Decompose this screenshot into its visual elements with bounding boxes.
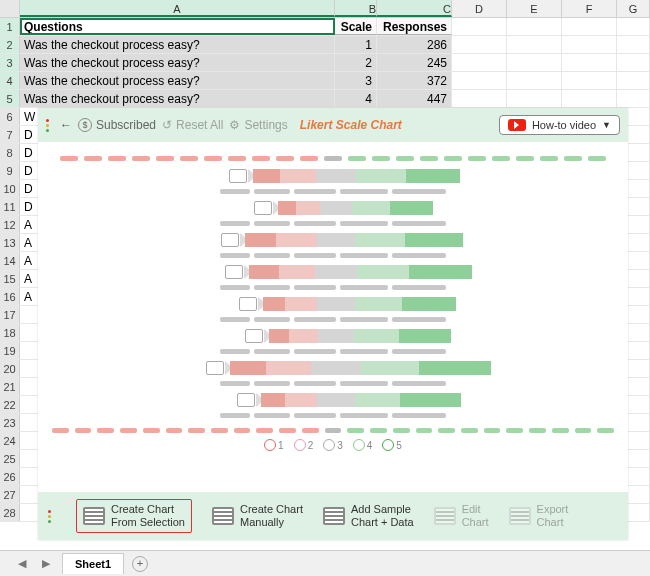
cell-G4[interactable]: [617, 72, 650, 89]
tab-nav-prev[interactable]: ◀: [14, 557, 30, 570]
cell-C3[interactable]: 245: [377, 54, 452, 71]
row-header[interactable]: 6: [0, 108, 20, 125]
create-chart-manually-button[interactable]: Create ChartManually: [212, 503, 303, 529]
cell-E5[interactable]: [507, 90, 562, 107]
row-header[interactable]: 11: [0, 198, 20, 215]
cell-F1[interactable]: [562, 18, 617, 35]
cell-C1[interactable]: Responses: [377, 18, 452, 35]
cell-A2[interactable]: Was the checkout process easy?: [20, 36, 335, 53]
cell-E3[interactable]: [507, 54, 562, 71]
row-header[interactable]: 15: [0, 270, 20, 287]
row-header[interactable]: 2: [0, 36, 20, 53]
back-icon[interactable]: ←: [60, 118, 72, 132]
row-header[interactable]: 7: [0, 126, 20, 143]
likert-bar: [52, 167, 614, 185]
add-sample-l1: Add Sample: [351, 503, 411, 515]
cell-C2[interactable]: 286: [377, 36, 452, 53]
row-header[interactable]: 28: [0, 504, 20, 521]
cell-D2[interactable]: [452, 36, 507, 53]
cell-B3[interactable]: 2: [335, 54, 377, 71]
sample-icon: [323, 507, 345, 525]
cell-F3[interactable]: [562, 54, 617, 71]
settings-button[interactable]: ⚙ Settings: [229, 118, 287, 132]
create-from-sel-l1: Create Chart: [111, 503, 174, 515]
cell-B4[interactable]: 3: [335, 72, 377, 89]
row-header[interactable]: 22: [0, 396, 20, 413]
drag-handle-icon[interactable]: [48, 510, 54, 523]
row-header[interactable]: 9: [0, 162, 20, 179]
select-all-corner[interactable]: [0, 0, 20, 17]
likert-subbar: [52, 284, 614, 290]
cell-E1[interactable]: [507, 18, 562, 35]
row-header[interactable]: 20: [0, 360, 20, 377]
row-header[interactable]: 12: [0, 216, 20, 233]
cell-G5[interactable]: [617, 90, 650, 107]
row-header[interactable]: 13: [0, 234, 20, 251]
cell-E2[interactable]: [507, 36, 562, 53]
cell-F5[interactable]: [562, 90, 617, 107]
row-header[interactable]: 5: [0, 90, 20, 107]
panel-bottom-toolbar: Create ChartFrom Selection Create ChartM…: [38, 492, 628, 540]
cell-A3[interactable]: Was the checkout process easy?: [20, 54, 335, 71]
likert-bar: [52, 359, 614, 377]
col-header-f[interactable]: F: [562, 0, 617, 17]
tab-sheet1[interactable]: Sheet1: [62, 553, 124, 574]
col-header-a[interactable]: A: [20, 0, 335, 17]
cell-B1[interactable]: Scale: [335, 18, 377, 35]
add-sample-l2: Chart + Data: [351, 516, 414, 528]
cell-D3[interactable]: [452, 54, 507, 71]
row-header[interactable]: 3: [0, 54, 20, 71]
cell-G3[interactable]: [617, 54, 650, 71]
cell-E4[interactable]: [507, 72, 562, 89]
cell-D5[interactable]: [452, 90, 507, 107]
row-header[interactable]: 14: [0, 252, 20, 269]
edit-chart-button[interactable]: EditChart: [434, 503, 489, 529]
cell-G1[interactable]: [617, 18, 650, 35]
cell-B5[interactable]: 4: [335, 90, 377, 107]
tab-nav-next[interactable]: ▶: [38, 557, 54, 570]
col-header-b[interactable]: B: [335, 0, 377, 17]
row-header[interactable]: 19: [0, 342, 20, 359]
face-sad-icon: [264, 439, 276, 451]
cell-D1[interactable]: [452, 18, 507, 35]
cell-C5[interactable]: 447: [377, 90, 452, 107]
cell-F2[interactable]: [562, 36, 617, 53]
row-header[interactable]: 21: [0, 378, 20, 395]
row-header[interactable]: 8: [0, 144, 20, 161]
cell-D4[interactable]: [452, 72, 507, 89]
col-header-c[interactable]: C: [377, 0, 452, 17]
cell-B2[interactable]: 1: [335, 36, 377, 53]
row-header[interactable]: 4: [0, 72, 20, 89]
reset-all-button[interactable]: ↺ Reset All: [162, 118, 223, 132]
cell-F4[interactable]: [562, 72, 617, 89]
row-header[interactable]: 25: [0, 450, 20, 467]
cell-A1[interactable]: Questions: [20, 18, 335, 35]
row-header[interactable]: 27: [0, 486, 20, 503]
add-sheet-button[interactable]: +: [132, 556, 148, 572]
row-header[interactable]: 23: [0, 414, 20, 431]
add-sample-button[interactable]: Add SampleChart + Data: [323, 503, 414, 529]
chart-icon: [83, 507, 105, 525]
export-chart-button[interactable]: ExportChart: [509, 503, 569, 529]
likert-subbar: [52, 252, 614, 258]
face-neutral-icon: [323, 439, 335, 451]
howto-video-button[interactable]: How-to video ▼: [499, 115, 620, 135]
subscribed-button[interactable]: $ Subscribed: [78, 118, 156, 132]
row-header[interactable]: 24: [0, 432, 20, 449]
create-chart-from-selection-button[interactable]: Create ChartFrom Selection: [76, 499, 192, 533]
cell-G2[interactable]: [617, 36, 650, 53]
cell-C4[interactable]: 372: [377, 72, 452, 89]
col-header-g[interactable]: G: [617, 0, 650, 17]
drag-handle-icon[interactable]: [46, 119, 52, 132]
undo-icon: ↺: [162, 118, 172, 132]
cell-A4[interactable]: Was the checkout process easy?: [20, 72, 335, 89]
row-header[interactable]: 10: [0, 180, 20, 197]
row-header[interactable]: 18: [0, 324, 20, 341]
cell-A5[interactable]: Was the checkout process easy?: [20, 90, 335, 107]
row-header[interactable]: 16: [0, 288, 20, 305]
col-header-d[interactable]: D: [452, 0, 507, 17]
col-header-e[interactable]: E: [507, 0, 562, 17]
row-header[interactable]: 26: [0, 468, 20, 485]
row-header[interactable]: 17: [0, 306, 20, 323]
row-header[interactable]: 1: [0, 18, 20, 35]
